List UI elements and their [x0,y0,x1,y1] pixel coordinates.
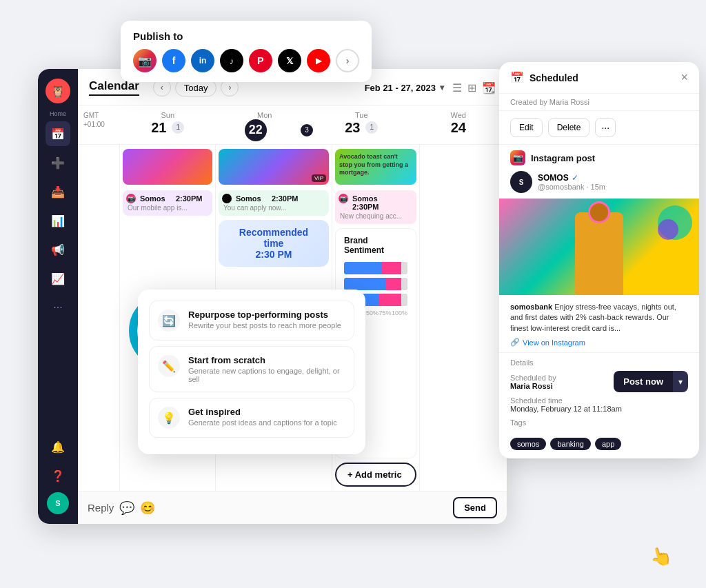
event-card-tue-1[interactable]: 📷 Somos 2:30PM New chequing acc... [335,190,416,224]
rec-time-value: 2:30 PM [228,249,319,260]
event-image-tue: Avocado toast can't stop you from gettin… [335,149,416,185]
instagram-icon: 📷 [510,150,525,165]
ai-item-scratch[interactable]: ✏️ Start from scratch Generate new capti… [149,346,354,392]
scheduled-by-val: Maria Rossi [510,382,556,390]
linkedin-publish-btn[interactable]: in [191,49,214,72]
gray-bar-3 [401,294,407,306]
created-by: Created by Maria Rossi [499,94,699,111]
blue-bar-1 [344,262,382,274]
emoji-icon[interactable]: 😊 [140,500,155,516]
tags-label: Tags [510,418,688,427]
days-header: GMT+01:00 Sun 21 1 Mon 22 3 Tue 23 1 [78,105,507,145]
message-icon[interactable]: 💬 [119,500,134,516]
tag-app[interactable]: app [595,438,621,450]
post-details: Details Scheduled by Maria Rossi Post no… [499,352,699,432]
event-card-sun-1[interactable]: 📷 Somos 2:30PM Our mobile app is... [123,190,212,216]
user-row: S SOMOS ✓ @somosbank · 15m [499,168,699,199]
pink-bar-2 [385,278,401,290]
event-card-mon-1[interactable]: 𝕏 Somos 2:30PM You can apply now... [219,190,329,216]
gray-bar-1 [401,262,407,274]
post-now-wrap: Post now ▾ [614,371,688,392]
sidebar-item-analytics[interactable]: 📊 [46,208,70,233]
sidebar-item-more[interactable]: ··· [46,295,70,320]
instagram-event-icon-tue: 📷 [339,194,348,203]
facebook-publish-btn[interactable]: f [162,49,185,72]
event-desc-mon: You can apply now... [223,204,324,212]
post-tags: somos banking app [499,432,699,458]
scheduled-by-label: Scheduled by [510,374,556,382]
send-button[interactable]: Send [453,497,497,518]
tiktok-publish-btn[interactable]: ♪ [220,49,243,72]
ai-item-repurpose[interactable]: 🔄 Repurpose top-performing posts Rewrite… [149,301,354,341]
twitter-event-icon: 𝕏 [222,194,232,203]
sidebar-item-add[interactable]: ➕ [46,150,70,175]
day-header-mon: Mon 22 3 [216,105,314,144]
woman-head [588,201,610,223]
more-networks-btn[interactable]: › [336,49,359,72]
inspire-icon: 💡 [158,407,180,429]
post-now-dropdown-btn[interactable]: ▾ [673,371,688,392]
instagram-event-icon: 📷 [126,194,136,203]
cursor-hand: 👆 [647,543,674,569]
sidebar-item-reports[interactable]: 📈 [46,266,70,291]
woman-body [575,212,623,295]
user-info: SOMOS ✓ @somosbank · 15m [538,173,605,191]
reply-label[interactable]: Reply [88,502,114,514]
edit-button[interactable]: Edit [510,118,543,137]
date-range: Feb 21 - 27, 2023 ▾ [365,83,444,93]
scheduled-close-btn[interactable]: × [680,70,688,85]
ai-suggestions-panel: 🔄 Repurpose top-performing posts Rewrite… [138,290,365,454]
add-metric-btn[interactable]: + Add metric [335,463,416,487]
instagram-publish-btn[interactable]: 📷 [133,49,157,72]
details-title: Details [510,358,688,367]
date-range-chevron-icon[interactable]: ▾ [440,83,444,92]
verified-icon: ✓ [572,173,578,183]
publish-icons: 📷 f in ♪ P 𝕏 ▶ › [133,49,359,72]
tag-somos[interactable]: somos [510,438,546,450]
date-range-text: Feb 21 - 27, 2023 [365,83,436,93]
logo-text: 🦉 [51,85,65,98]
post-time: @somosbank · 15m [538,183,605,191]
event-title-mon: Somos 2:30PM [236,194,324,203]
scheduled-header: 📅 Scheduled × [499,62,699,94]
reply-bar: Reply 💬 😊 Send [78,491,507,524]
view-on-instagram-link[interactable]: 🔗 View on Instagram [499,336,699,352]
scratch-desc: Generate new captions to engage, delight… [188,367,345,383]
calendar-view-icon[interactable]: 📆 [482,81,496,94]
youtube-publish-btn[interactable]: ▶ [307,49,330,72]
scratch-icon: ✏️ [158,355,180,377]
twitter-publish-btn[interactable]: 𝕏 [278,49,301,72]
more-options-btn[interactable]: ··· [595,118,616,137]
tag-banking[interactable]: banking [550,438,591,450]
event-desc-tue: New chequing acc... [340,212,412,220]
day-header-wed: Wed 24 [410,105,507,144]
pinterest-publish-btn[interactable]: P [249,49,272,72]
event-image-sun [123,149,212,185]
external-link-icon: 🔗 [510,338,520,347]
view-icons: ☰ ⊞ 📆 [452,81,496,94]
sidebar-item-calendar[interactable]: 📅 [46,121,70,146]
sidebar-avatar[interactable]: S [47,492,69,514]
ai-item-inspire[interactable]: 💡 Get inspired Generate post ideas and c… [149,398,354,438]
sidebar-item-bell[interactable]: 🔔 [46,434,70,459]
sidebar-item-campaigns[interactable]: 📢 [46,237,70,262]
recommended-time: Recommended time 2:30 PM [219,220,329,267]
somos-avatar: S [510,171,532,193]
wednesday-events [419,145,507,491]
time-column [78,145,119,491]
sidebar-item-inbox[interactable]: 📥 [46,179,70,204]
post-image-overlay [499,199,699,295]
home-label: Home [50,110,66,117]
blue-bar-2 [344,278,385,290]
inspire-desc: Generate post ideas and captions for a t… [188,418,337,427]
sidebar: 🦉 Home 📅 ➕ 📥 📊 📢 📈 ··· 🔔 ❓ S [38,69,78,524]
ai-item-inspire-text: Get inspired Generate post ideas and cap… [188,407,337,427]
delete-button[interactable]: Delete [548,118,590,137]
sidebar-item-help[interactable]: ❓ [46,463,70,488]
brand-sentiment-title: Brand Sentiment [344,236,407,255]
post-now-button[interactable]: Post now [614,371,673,392]
list-view-icon[interactable]: ☰ [452,81,462,94]
grid-view-icon[interactable]: ⊞ [467,81,476,94]
platform-row: 📷 Instagram post [499,145,699,168]
ai-item-scratch-text: Start from scratch Generate new captions… [188,355,345,383]
